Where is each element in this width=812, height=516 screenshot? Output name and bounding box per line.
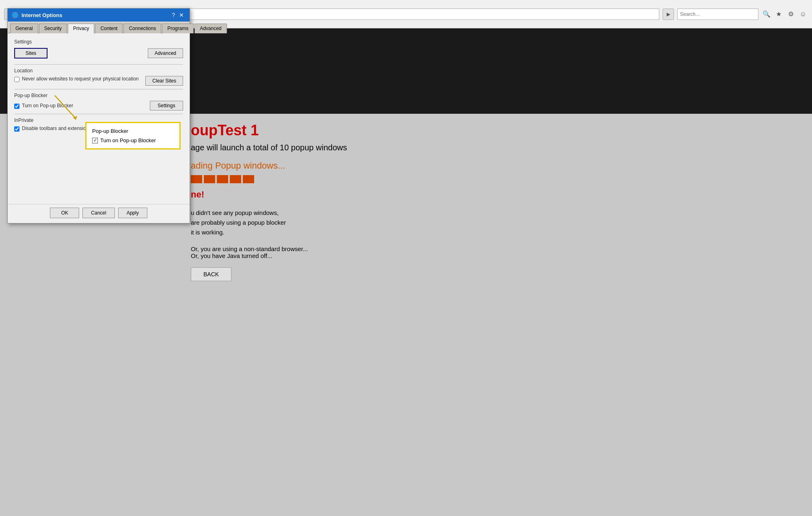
dialog-close-button[interactable]: ✕ — [177, 11, 186, 19]
internet-options-dialog: 🌐 Internet Options ? ✕ General Security … — [7, 8, 190, 223]
highlight-label: Turn on Pop-up Blocker — [100, 137, 156, 143]
location-section-title: Location — [14, 68, 183, 74]
sites-button[interactable]: Sites — [14, 48, 48, 59]
popup-blocker-row: Turn on Pop-up Blocker Settings — [14, 101, 183, 111]
settings-row: Sites Advanced — [14, 48, 183, 59]
turn-on-popup-row: Turn on Pop-up Blocker — [14, 103, 73, 109]
titlebar-controls: ? ✕ — [172, 11, 186, 19]
popup-blocker-section-title: Pop-up Blocker — [14, 93, 183, 98]
highlight-checkbox-icon: ✓ — [92, 138, 98, 143]
disable-toolbars-checkbox[interactable] — [14, 126, 19, 132]
cancel-button[interactable]: Cancel — [82, 208, 114, 218]
divider-1 — [14, 64, 183, 65]
dialog-titlebar: 🌐 Internet Options ? ✕ — [8, 9, 190, 22]
dialog-title: Internet Options — [22, 12, 62, 18]
never-allow-checkbox[interactable] — [14, 77, 19, 82]
ok-button[interactable]: OK — [50, 208, 79, 218]
tab-programs[interactable]: Programs — [162, 24, 194, 33]
dialog-overlay: 🌐 Internet Options ? ✕ General Security … — [0, 0, 812, 516]
clear-sites-button[interactable]: Clear Sites — [145, 76, 183, 86]
settings-label: Settings — [14, 39, 183, 45]
divider-3 — [14, 114, 183, 114]
highlight-annotation-box: Pop-up Blocker ✓ Turn on Pop-up Blocker — [85, 122, 181, 150]
tab-content[interactable]: Content — [95, 24, 123, 33]
popup-blocker-checkbox[interactable] — [14, 104, 19, 109]
turn-on-popup-label: Turn on Pop-up Blocker — [22, 103, 73, 108]
dialog-tabs: General Security Privacy Content Connect… — [8, 22, 190, 33]
never-allow-row: Never allow websites to request your phy… — [14, 76, 138, 82]
divider-2 — [14, 89, 183, 89]
dialog-help-button[interactable]: ? — [172, 12, 175, 18]
tab-connections[interactable]: Connections — [123, 24, 161, 33]
popup-settings-button[interactable]: Settings — [150, 101, 183, 111]
tab-privacy[interactable]: Privacy — [68, 24, 94, 33]
dialog-footer: OK Cancel Apply — [8, 204, 190, 223]
never-allow-label: Never allow websites to request your phy… — [22, 76, 138, 82]
advanced-button[interactable]: Advanced — [148, 48, 183, 58]
apply-button[interactable]: Apply — [118, 208, 147, 218]
tab-advanced[interactable]: Advanced — [194, 24, 227, 33]
highlight-checkbox-row: ✓ Turn on Pop-up Blocker — [92, 137, 174, 143]
tab-general[interactable]: General — [10, 24, 38, 33]
highlight-box-title: Pop-up Blocker — [92, 128, 174, 134]
location-row: Never allow websites to request your phy… — [14, 76, 183, 86]
dialog-icon: 🌐 — [12, 12, 18, 18]
dialog-title-left: 🌐 Internet Options — [12, 12, 62, 18]
tab-security[interactable]: Security — [39, 24, 67, 33]
